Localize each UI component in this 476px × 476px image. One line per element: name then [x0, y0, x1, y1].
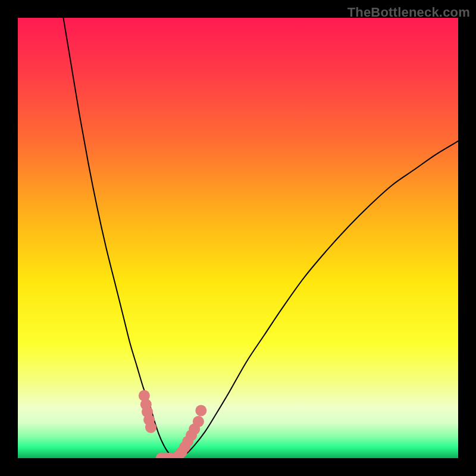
marker-dot — [193, 416, 204, 427]
chart-svg — [0, 0, 476, 476]
marker-dot — [145, 422, 156, 433]
watermark-text: TheBottleneck.com — [347, 5, 470, 20]
marker-dot — [195, 405, 206, 416]
plot-background — [18, 18, 458, 458]
chart-stage: { "watermark": { "text": "TheBottleneck.… — [0, 0, 476, 476]
